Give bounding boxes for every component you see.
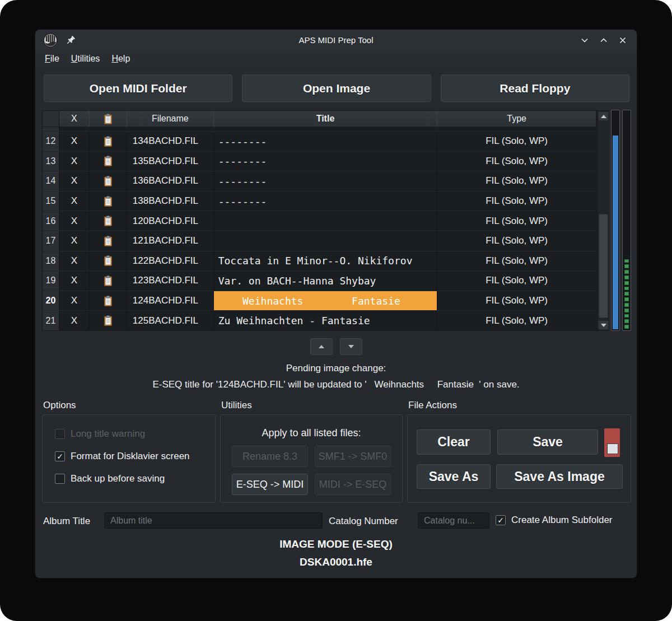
- row-title-cell[interactable]: --------: [214, 152, 438, 171]
- row-title-cell[interactable]: [214, 211, 438, 231]
- row-number-cell: 19: [43, 271, 59, 291]
- table-row[interactable]: 20 X 124BACHD.FIL Weihnachts Fantasie FI…: [43, 291, 596, 311]
- header-clipboard[interactable]: [90, 111, 127, 127]
- row-title-cell[interactable]: Weihnachts Fantasie: [214, 291, 438, 311]
- row-clipboard-cell[interactable]: [90, 132, 127, 151]
- row-clipboard-cell[interactable]: [90, 271, 127, 291]
- row-x-cell[interactable]: X: [59, 291, 90, 311]
- mode-status: IMAGE MODE (E-SEQ): [35, 538, 637, 550]
- row-title-cell[interactable]: Var. on BACH--Hanna Shybay: [214, 271, 438, 291]
- catalog-number-input[interactable]: [418, 512, 489, 529]
- row-clipboard-cell[interactable]: [90, 152, 127, 171]
- row-x-cell[interactable]: X: [59, 271, 90, 291]
- clear-button[interactable]: Clear: [417, 429, 491, 455]
- move-down-button[interactable]: [340, 338, 362, 355]
- open-image-button[interactable]: Open Image: [242, 74, 431, 102]
- row-x-cell[interactable]: X: [59, 231, 90, 251]
- row-clipboard-cell[interactable]: [90, 192, 127, 211]
- row-filename-cell: 136BACHD.FIL: [127, 171, 214, 191]
- clipboard-icon: [104, 136, 112, 147]
- row-type-cell: FIL (Solo, WP): [437, 132, 596, 151]
- table-row[interactable]: 21 X 125BACHD.FIL Zu Weihnachten - Fanta…: [43, 311, 596, 330]
- capacity-meter: [622, 110, 631, 331]
- open-midi-folder-button[interactable]: Open MIDI Folder: [44, 74, 232, 102]
- save-button[interactable]: Save: [497, 429, 598, 455]
- file-actions-group-label: File Actions: [408, 400, 457, 411]
- maximize-icon[interactable]: [599, 35, 609, 45]
- row-clipboard-cell[interactable]: [90, 171, 127, 191]
- row-clipboard-cell[interactable]: [90, 231, 127, 251]
- row-number-cell: 13: [43, 152, 59, 171]
- row-clipboard-cell[interactable]: [90, 251, 127, 271]
- checkbox-unchecked: [55, 474, 65, 484]
- menu-help[interactable]: Help: [109, 53, 132, 65]
- row-number-cell: 15: [43, 192, 59, 211]
- utilities-group-label: Utilities: [221, 400, 252, 411]
- table-row[interactable]: 13 X 135BACHD.FIL -------- FIL (Solo, WP…: [43, 152, 596, 172]
- save-as-image-button[interactable]: Save As Image: [496, 464, 623, 489]
- table-row[interactable]: 17 X 121BACHD.FIL FIL (Solo, WP): [43, 231, 596, 251]
- save-as-button[interactable]: Save As: [417, 464, 491, 489]
- row-title-cell[interactable]: Zu Weihnachten - Fantasie: [214, 311, 438, 330]
- menu-file[interactable]: File: [43, 53, 62, 65]
- pending-line2: E-SEQ title for '124BACHD.FIL' will be u…: [35, 379, 637, 390]
- row-title-cell[interactable]: --------: [214, 171, 438, 191]
- row-x-cell[interactable]: X: [59, 192, 90, 211]
- table-scrollbar[interactable]: [597, 111, 609, 330]
- scroll-down-arrow-icon[interactable]: [598, 320, 609, 330]
- row-clipboard-cell[interactable]: [90, 311, 127, 330]
- pending-line1: Pending image change:: [35, 363, 637, 374]
- close-icon[interactable]: [618, 35, 628, 45]
- row-x-cell[interactable]: X: [59, 211, 90, 231]
- row-x-cell[interactable]: X: [59, 311, 90, 330]
- row-title-cell[interactable]: --------: [214, 192, 438, 211]
- table-row[interactable]: 15 X 138BACHD.FIL -------- FIL (Solo, WP…: [43, 192, 596, 212]
- position-meter: [611, 110, 620, 331]
- clipboard-icon: [104, 156, 112, 166]
- row-x-cell[interactable]: X: [59, 152, 90, 171]
- table-row[interactable]: 19 X 123BACHD.FIL Var. on BACH--Hanna Sh…: [43, 271, 596, 291]
- format-disklavier-checkbox[interactable]: ✓ Format for Disklavier screen: [55, 451, 190, 462]
- table-row[interactable]: 18 X 122BACHD.FIL Toccata in E Minor--O.…: [43, 251, 596, 272]
- row-type-cell: FIL (Solo, WP): [437, 311, 596, 330]
- row-x-cell[interactable]: X: [59, 132, 90, 151]
- midi-to-eseq-button: MIDI -> E-SEQ: [315, 474, 391, 495]
- header-type[interactable]: Type: [437, 111, 596, 127]
- header-row-number[interactable]: [43, 111, 59, 127]
- row-filename-cell: 122BACHD.FIL: [127, 251, 214, 271]
- album-title-label: Album Title: [43, 516, 90, 527]
- read-floppy-button[interactable]: Read Floppy: [441, 74, 629, 102]
- row-filename-cell: 138BACHD.FIL: [127, 192, 214, 211]
- row-title-cell[interactable]: --------: [214, 132, 438, 151]
- apply-all-caption: Apply to all listed files:: [221, 427, 402, 439]
- menu-utilities[interactable]: Utilities: [69, 53, 102, 65]
- move-up-button[interactable]: [310, 338, 333, 355]
- row-title-cell[interactable]: Toccata in E Minor--O. Nikiforov: [214, 251, 438, 271]
- row-number-cell: 20: [43, 291, 59, 311]
- row-number-cell: 14: [43, 171, 59, 191]
- scroll-up-arrow-icon[interactable]: [598, 111, 609, 121]
- table-row[interactable]: 14 X 136BACHD.FIL -------- FIL (Solo, WP…: [43, 171, 596, 192]
- row-clipboard-cell[interactable]: [90, 211, 127, 231]
- row-type-cell: FIL (Solo, WP): [437, 291, 596, 311]
- create-album-subfolder-checkbox[interactable]: ✓ Create Album Subfolder: [496, 515, 613, 526]
- clipboard-icon: [104, 276, 112, 286]
- eseq-to-midi-button[interactable]: E-SEQ -> MIDI: [232, 474, 308, 495]
- clipboard-icon: [104, 216, 112, 226]
- row-title-cell[interactable]: [214, 231, 438, 251]
- minimize-icon[interactable]: [580, 35, 590, 45]
- clipboard-icon: [104, 114, 112, 124]
- table-row[interactable]: 16 X 120BACHD.FIL FIL (Solo, WP): [43, 211, 596, 231]
- row-x-cell[interactable]: X: [59, 171, 90, 191]
- header-title[interactable]: Title: [214, 111, 438, 127]
- pending-change-message: Pending image change: E-SEQ title for '1…: [35, 363, 637, 390]
- header-filename[interactable]: Filename: [127, 111, 214, 127]
- header-x[interactable]: X: [59, 111, 90, 127]
- row-clipboard-cell[interactable]: [90, 291, 127, 311]
- album-title-input[interactable]: [104, 512, 323, 529]
- row-x-cell[interactable]: X: [59, 251, 90, 271]
- toolbar: Open MIDI Folder Open Image Read Floppy: [44, 74, 629, 102]
- backup-before-saving-checkbox[interactable]: Back up before saving: [55, 473, 165, 484]
- table-row[interactable]: 12 X 134BACHD.FIL -------- FIL (Solo, WP…: [43, 132, 596, 152]
- scrollbar-thumb[interactable]: [599, 214, 608, 318]
